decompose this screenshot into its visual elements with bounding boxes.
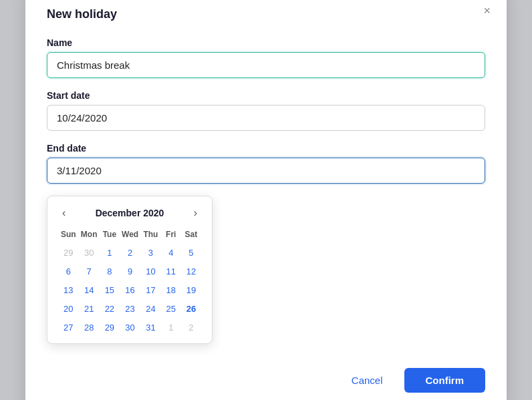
calendar-day[interactable]: 23 <box>120 299 140 318</box>
calendar-day[interactable]: 31 <box>140 318 161 337</box>
calendar-day[interactable]: 28 <box>79 318 100 337</box>
weekday-fri: Fri <box>161 227 181 243</box>
calendar-day[interactable]: 24 <box>140 299 161 318</box>
calendar-day[interactable]: 17 <box>140 280 161 299</box>
end-date-input[interactable] <box>47 158 485 184</box>
name-input[interactable] <box>47 52 485 78</box>
calendar-day[interactable]: 2 <box>181 318 201 337</box>
calendar-body: 2930123456789101112131415161718192021222… <box>58 243 201 337</box>
calendar-day[interactable]: 27 <box>58 318 79 337</box>
calendar-day[interactable]: 30 <box>120 318 140 337</box>
calendar-day[interactable]: 13 <box>58 280 79 299</box>
name-field-group: Name <box>47 37 485 78</box>
calendar-day[interactable]: 8 <box>100 262 120 280</box>
calendar-week-row: 293012345 <box>58 243 201 262</box>
weekday-sat: Sat <box>181 227 201 243</box>
calendar-day[interactable]: 1 <box>161 318 181 337</box>
end-date-label: End date <box>47 143 485 154</box>
calendar-week-row: 272829303112 <box>58 318 201 337</box>
calendar-header: ‹ December 2020 › <box>58 206 201 220</box>
weekday-tue: Tue <box>100 227 120 243</box>
calendar-day[interactable]: 30 <box>79 243 100 262</box>
calendar-day[interactable]: 4 <box>161 243 181 262</box>
cancel-button[interactable]: Cancel <box>338 368 396 393</box>
start-date-input[interactable] <box>47 105 485 131</box>
calendar-day[interactable]: 26 <box>181 299 201 318</box>
calendar-next-button[interactable]: › <box>190 206 201 220</box>
calendar-day[interactable]: 11 <box>161 262 181 280</box>
calendar-day[interactable]: 3 <box>140 243 161 262</box>
calendar-day[interactable]: 29 <box>100 318 120 337</box>
calendar-day[interactable]: 2 <box>120 243 140 262</box>
calendar-day[interactable]: 10 <box>140 262 161 280</box>
calendar-day[interactable]: 22 <box>100 299 120 318</box>
calendar-popup: ‹ December 2020 › Sun Mon Tue Wed Thu Fr… <box>47 196 213 344</box>
calendar-day[interactable]: 12 <box>181 262 201 280</box>
name-label: Name <box>47 37 485 48</box>
calendar-grid: Sun Mon Tue Wed Thu Fri Sat 293012345678… <box>58 227 201 337</box>
calendar-day[interactable]: 6 <box>58 262 79 280</box>
weekday-mon: Mon <box>79 227 100 243</box>
calendar-week-row: 6789101112 <box>58 262 201 280</box>
weekday-sun: Sun <box>58 227 79 243</box>
confirm-button[interactable]: Confirm <box>404 368 486 393</box>
calendar-prev-button[interactable]: ‹ <box>58 206 70 220</box>
dialog-footer: Cancel Confirm <box>47 363 485 393</box>
calendar-day[interactable]: 15 <box>100 280 120 299</box>
calendar-day[interactable]: 21 <box>79 299 100 318</box>
calendar-weekday-row: Sun Mon Tue Wed Thu Fri Sat <box>58 227 201 243</box>
calendar-week-row: 13141516171819 <box>58 280 201 299</box>
weekday-thu: Thu <box>140 227 161 243</box>
dialog-overlay: New holiday × Name Start date End date ‹… <box>0 0 532 400</box>
close-button[interactable]: × <box>481 2 493 19</box>
calendar-day[interactable]: 1 <box>100 243 120 262</box>
calendar-day[interactable]: 20 <box>58 299 79 318</box>
calendar-day[interactable]: 9 <box>120 262 140 280</box>
start-date-label: Start date <box>47 90 485 101</box>
calendar-day[interactable]: 29 <box>58 243 79 262</box>
calendar-day[interactable]: 14 <box>79 280 100 299</box>
dialog-title: New holiday <box>47 7 485 21</box>
calendar-day[interactable]: 18 <box>161 280 181 299</box>
calendar-day[interactable]: 16 <box>120 280 140 299</box>
end-date-field-group: End date <box>47 143 485 184</box>
start-date-field-group: Start date <box>47 90 485 131</box>
new-holiday-dialog: New holiday × Name Start date End date ‹… <box>25 0 507 400</box>
weekday-wed: Wed <box>120 227 140 243</box>
calendar-day[interactable]: 19 <box>181 280 201 299</box>
calendar-day[interactable]: 25 <box>161 299 181 318</box>
calendar-week-row: 20212223242526 <box>58 299 201 318</box>
calendar-day[interactable]: 7 <box>79 262 100 280</box>
calendar-month-label: December 2020 <box>96 208 164 218</box>
calendar-day[interactable]: 5 <box>181 243 201 262</box>
